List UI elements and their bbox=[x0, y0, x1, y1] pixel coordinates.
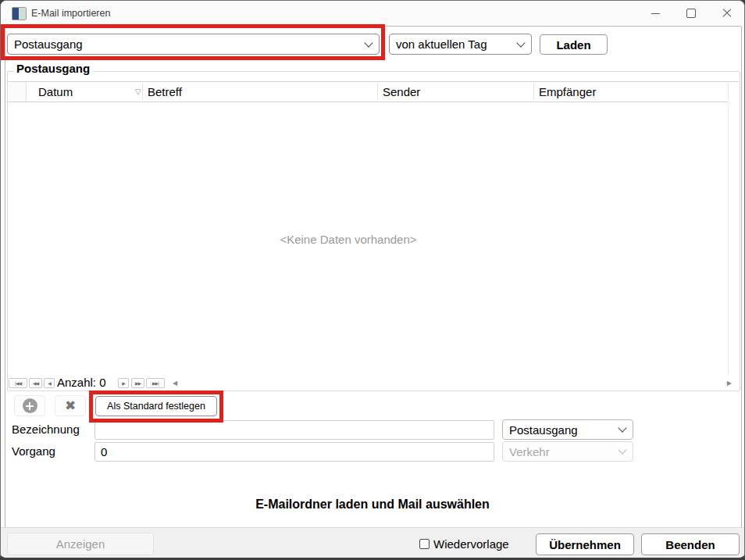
vorgang-label: Vorgang bbox=[12, 444, 55, 458]
column-header-empfaenger[interactable]: Empfänger bbox=[533, 82, 726, 102]
chevron-down-icon bbox=[516, 38, 525, 47]
end-button[interactable]: Beenden bbox=[641, 533, 740, 555]
mailbox-folder-dropdown-value: Postausgang bbox=[14, 37, 83, 51]
nav-prev-page-icon: ◀◀ bbox=[33, 380, 38, 386]
nav-prev-icon: ◀ bbox=[48, 380, 51, 386]
row-indicator-column bbox=[8, 82, 27, 102]
empty-data-message: <Keine Daten vorhanden> bbox=[8, 233, 689, 246]
scroll-left-icon[interactable]: ◀ bbox=[173, 378, 177, 388]
scroll-right-icon[interactable]: ▶ bbox=[727, 378, 732, 388]
chevron-down-icon bbox=[364, 38, 372, 47]
column-header-label: Datum bbox=[38, 85, 73, 98]
sort-descending-icon: ▽ bbox=[135, 82, 141, 102]
title-bar: E-Mail importieren bbox=[1, 1, 744, 26]
date-range-dropdown[interactable]: von aktuellen Tag bbox=[389, 34, 532, 55]
end-button-label: Beenden bbox=[665, 538, 715, 551]
set-default-button[interactable]: Als Standard festlegen bbox=[95, 396, 217, 416]
vorgang-input[interactable] bbox=[94, 442, 494, 462]
apply-button[interactable]: Übernehmen bbox=[536, 533, 634, 555]
vertical-scrollbar[interactable] bbox=[728, 102, 739, 376]
chevron-down-icon bbox=[618, 423, 626, 432]
wiedervorlage-checkbox[interactable] bbox=[419, 539, 430, 549]
bezeichnung-input[interactable] bbox=[94, 420, 494, 440]
app-icon bbox=[12, 7, 27, 20]
nav-prev-page-button[interactable]: ◀◀ bbox=[29, 378, 42, 388]
nav-prev-button[interactable]: ◀ bbox=[44, 378, 55, 388]
chevron-down-icon bbox=[618, 445, 626, 454]
mail-table: Datum ▽ Betreff Sender Empfänger <Keine … bbox=[8, 81, 739, 376]
column-header-label: Sender bbox=[383, 85, 420, 98]
add-button[interactable] bbox=[14, 395, 45, 416]
show-button-label: Anzeigen bbox=[56, 537, 105, 551]
nav-last-icon: ▶▶| bbox=[152, 380, 159, 386]
column-header-label: Betreff bbox=[148, 85, 182, 98]
remove-button[interactable]: ✖ bbox=[55, 395, 86, 416]
apply-button-label: Übernehmen bbox=[549, 538, 621, 551]
mailbox-folder-dropdown[interactable]: Postausgang bbox=[7, 34, 380, 55]
load-button[interactable]: Laden bbox=[540, 34, 608, 55]
column-header-betreff[interactable]: Betreff bbox=[142, 82, 379, 102]
target-folder-dropdown-value: Postausgang bbox=[509, 423, 578, 437]
column-header-label: Empfänger bbox=[539, 85, 596, 98]
instruction-text: E-Mailordner laden und Mail auswählen bbox=[1, 498, 744, 512]
table-header-row: Datum ▽ Betreff Sender Empfänger bbox=[8, 82, 739, 102]
target-folder-dropdown[interactable]: Postausgang bbox=[502, 419, 633, 440]
nav-first-icon: |◀◀ bbox=[15, 380, 21, 386]
set-default-button-label: Als Standard festlegen bbox=[107, 401, 205, 412]
maximize-button[interactable] bbox=[673, 1, 709, 26]
column-header-sender[interactable]: Sender bbox=[377, 82, 536, 102]
record-navigator: |◀◀ ◀◀ ◀ Anzahl: 0 ▶ ▶▶ ▶▶| ◀ ▶ bbox=[8, 376, 739, 390]
nav-first-button[interactable]: |◀◀ bbox=[9, 378, 27, 388]
horizontal-scrollbar[interactable]: ◀ ▶ bbox=[171, 378, 733, 388]
category-dropdown[interactable]: Verkehr bbox=[502, 441, 633, 462]
nav-next-icon: ▶ bbox=[122, 380, 125, 386]
wiedervorlage-label: Wiedervorlage bbox=[433, 537, 509, 551]
date-range-dropdown-value: von aktuellen Tag bbox=[396, 37, 487, 51]
minimize-button[interactable] bbox=[637, 1, 673, 26]
record-count: Anzahl: 0 bbox=[57, 376, 106, 389]
category-dropdown-value: Verkehr bbox=[509, 445, 550, 458]
minimize-icon bbox=[651, 13, 660, 14]
nav-next-page-button[interactable]: ▶▶ bbox=[131, 378, 144, 388]
bezeichnung-label: Bezeichnung bbox=[12, 423, 80, 436]
group-title: Postausgang bbox=[13, 62, 93, 75]
dialog-window: E-Mail importieren Postausgang von aktue… bbox=[0, 0, 745, 560]
maximize-icon bbox=[686, 9, 696, 18]
show-button[interactable]: Anzeigen bbox=[7, 533, 154, 555]
column-header-datum[interactable]: Datum bbox=[32, 82, 148, 102]
plus-circle-icon bbox=[23, 398, 37, 413]
close-button[interactable] bbox=[709, 1, 745, 26]
window-title: E-Mail importieren bbox=[31, 1, 110, 26]
load-button-label: Laden bbox=[556, 38, 590, 52]
close-icon bbox=[722, 9, 732, 18]
nav-last-button[interactable]: ▶▶| bbox=[146, 378, 165, 388]
nav-next-page-icon: ▶▶ bbox=[135, 380, 141, 386]
nav-next-button[interactable]: ▶ bbox=[118, 378, 129, 388]
cross-icon: ✖ bbox=[65, 399, 76, 412]
